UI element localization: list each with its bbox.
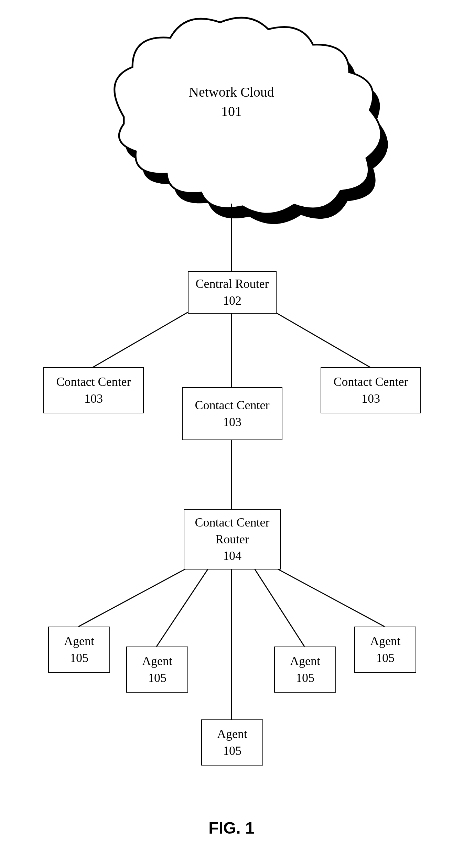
svg-line-5 [78,569,186,627]
svg-line-9 [277,569,385,627]
central-router-node: Central Router 102 [188,271,277,314]
agent-label: Agent [370,633,400,650]
svg-line-3 [275,312,370,367]
contact-center-label: Contact Center [334,373,408,390]
agent-node-2: Agent 105 [126,647,188,693]
central-router-label: Central Router [196,275,269,292]
contact-center-router-node: Contact Center Router 104 [184,509,281,569]
figure-label: FIG. 1 [0,818,463,837]
agent-label: Agent [217,726,247,742]
central-router-id: 102 [223,292,241,309]
agent-label: Agent [142,653,172,670]
contact-center-node-left: Contact Center 103 [43,367,144,413]
contact-center-node-right: Contact Center 103 [321,367,421,413]
svg-line-1 [93,312,188,367]
agent-id: 105 [296,670,314,686]
agent-id: 105 [148,670,166,686]
contact-center-id: 103 [362,390,380,407]
network-cloud-node: Network Cloud 101 [163,83,300,121]
network-cloud-id: 101 [163,102,300,121]
contact-center-id: 103 [84,390,103,407]
contact-center-id: 103 [223,414,241,431]
agent-node-1: Agent 105 [48,627,110,673]
network-cloud-label: Network Cloud [163,83,300,102]
contact-center-label: Contact Center [56,373,131,390]
agent-label: Agent [64,633,94,650]
svg-line-8 [255,569,304,647]
figure-page: Network Cloud 101 Central Router 102 Con… [0,0,463,868]
agent-id: 105 [376,650,395,666]
agent-id: 105 [223,742,241,759]
contact-center-label: Contact Center [195,397,270,414]
agent-node-4: Agent 105 [274,647,336,693]
contact-center-router-label: Contact Center Router [184,514,280,547]
contact-center-router-id: 104 [223,547,241,564]
contact-center-node-middle: Contact Center 103 [182,387,282,440]
agent-label: Agent [290,653,320,670]
agent-node-3: Agent 105 [201,719,263,766]
agent-node-5: Agent 105 [354,627,416,673]
agent-id: 105 [70,650,88,666]
